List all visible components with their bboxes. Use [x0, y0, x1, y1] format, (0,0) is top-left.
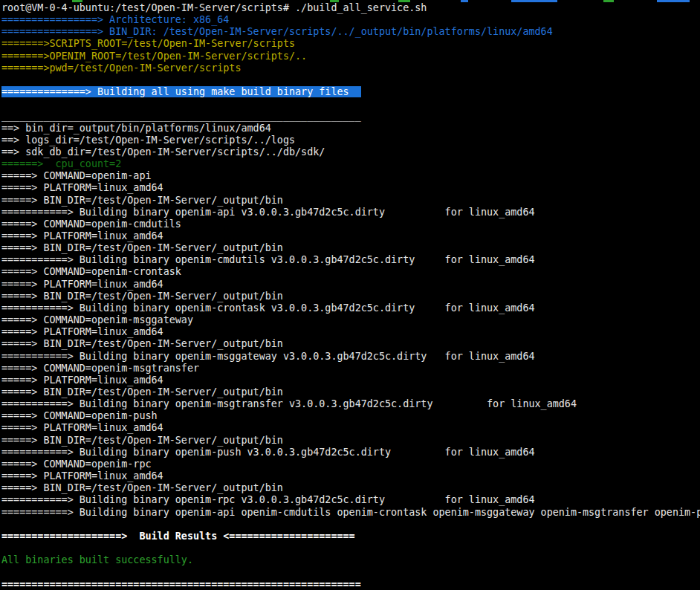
terminal-line-48: ========================================…	[1, 579, 700, 590]
terminal-line-40: =====> BIN_DIR=/test/Open-IM-Server/_out…	[1, 482, 700, 494]
terminal-line-39: =====> PLATFORM=linux_amd64	[1, 470, 700, 482]
terminal-line-22: =====> COMMAND=openim-crontask	[1, 266, 700, 278]
terminal-line-35: =====> PLATFORM=linux_amd64	[1, 422, 700, 434]
terminal-line-14: =====> COMMAND=openim-api	[1, 170, 700, 182]
terminal-line-37: ===========> Building binary openim-push…	[1, 447, 700, 458]
terminal-line-17: ===========> Building binary openim-api …	[1, 207, 700, 218]
terminal-line-1: ================> Architecture: x86_64	[1, 14, 700, 26]
terminal-line-9: ________________________________________…	[1, 110, 700, 122]
clipped-text-fragment	[398, 0, 410, 2]
shell-prompt-line: root@VM-0-4-ubuntu:/test/Open-IM-Server/…	[1, 2, 700, 14]
clipped-text-fragment	[511, 0, 557, 2]
terminal-line-46: All binaries built successfully.	[1, 554, 700, 566]
terminal-line-15: =====> PLATFORM=linux_amd64	[1, 182, 700, 194]
terminal-line-18: =====> COMMAND=openim-cmdutils	[1, 218, 700, 230]
terminal-line-13: ======> cpu_count=2	[1, 158, 700, 170]
terminal-line-25: ===========> Building binary openim-cron…	[1, 302, 700, 314]
terminal-line-30: =====> COMMAND=openim-msgtransfer	[1, 363, 700, 375]
terminal-line-5: =======>pwd=/test/Open-IM-Server/scripts	[1, 62, 700, 74]
terminal-line-19: =====> PLATFORM=linux_amd64	[1, 230, 700, 242]
terminal-line-7: ==============> Building all using make …	[1, 86, 700, 98]
terminal-line-24: =====> BIN_DIR=/test/Open-IM-Server/_out…	[1, 291, 700, 302]
clipped-text-fragment	[72, 0, 82, 2]
terminal-line-6	[1, 74, 700, 86]
terminal-line-31: =====> PLATFORM=linux_amd64	[1, 375, 700, 386]
terminal-line-36: =====> BIN_DIR=/test/Open-IM-Server/_out…	[1, 435, 700, 447]
terminal-window: root@VM-0-4-ubuntu:/test/Open-IM-Server/…	[0, 0, 700, 590]
clipped-text-fragment	[330, 0, 339, 2]
terminal-line-41: ===========> Building binary openim-rpc …	[1, 494, 700, 506]
terminal-line-27: =====> PLATFORM=linux_amd64	[1, 326, 700, 338]
terminal-line-21: ===========> Building binary openim-cmdu…	[1, 254, 700, 266]
clipped-text-fragment	[461, 0, 468, 2]
terminal-line-33: ===========> Building binary openim-msgt…	[1, 398, 700, 410]
terminal-line-4: =======>OPENIM_ROOT=/test/Open-IM-Server…	[1, 51, 700, 62]
terminal-line-12: ==> sdk_db_dir=/test/Open-IM-Server/scri…	[1, 146, 700, 158]
terminal-line-23: =====> PLATFORM=linux_amd64	[1, 279, 700, 291]
terminal-line-20: =====> BIN_DIR=/test/Open-IM-Server/_out…	[1, 242, 700, 254]
clipped-previous-line	[0, 0, 700, 2]
terminal-line-44: ====================> Build Results <===…	[1, 531, 700, 542]
terminal-line-8	[1, 98, 700, 110]
terminal-line-38: =====> COMMAND=openim-rpc	[1, 458, 700, 470]
terminal-line-2: ================> BIN_DIR: /test/Open-IM…	[1, 26, 700, 38]
terminal-line-32: =====> BIN_DIR=/test/Open-IM-Server/_out…	[1, 386, 700, 398]
terminal-line-11: ==> logs_dir=/test/Open-IM-Server/script…	[1, 134, 700, 146]
terminal-line-47	[1, 566, 700, 578]
terminal-line-16: =====> BIN_DIR=/test/Open-IM-Server/_out…	[1, 195, 700, 207]
build-banner-highlight: ==============> Building all using make …	[1, 86, 361, 97]
terminal-line-26: =====> COMMAND=openim-msggateway	[1, 314, 700, 326]
clipped-text-fragment	[603, 0, 614, 2]
terminal-line-45	[1, 542, 700, 554]
terminal-line-34: =====> COMMAND=openim-push	[1, 410, 700, 422]
terminal-line-10: ==> bin_dir=_output/bin/platforms/linux/…	[1, 123, 700, 134]
clipped-text-fragment	[657, 0, 690, 2]
terminal-line-42: ===========> Building binary openim-api …	[1, 507, 700, 519]
terminal-output: root@VM-0-4-ubuntu:/test/Open-IM-Server/…	[1, 2, 700, 590]
terminal-line-29: ===========> Building binary openim-msgg…	[1, 351, 700, 363]
terminal-line-43	[1, 519, 700, 531]
terminal-line-3: =======>SCRIPTS_ROOT=/test/Open-IM-Serve…	[1, 38, 700, 50]
terminal-line-28: =====> BIN_DIR=/test/Open-IM-Server/_out…	[1, 338, 700, 350]
